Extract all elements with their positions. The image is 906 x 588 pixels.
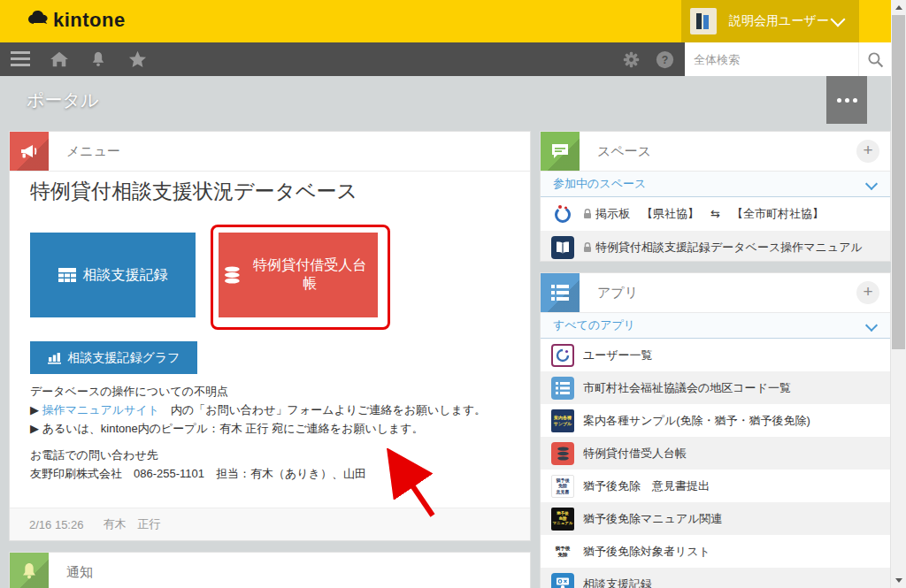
consultation-records-button[interactable]: 相談支援記録 (30, 233, 196, 317)
settings-gear-icon[interactable] (621, 50, 641, 69)
notes-line-people: ▶ あるいは、kintone内のピープル：有木 正行 宛にご連絡をお願いします。 (30, 419, 486, 438)
records-graph-button[interactable]: 相談支援記録グラフ (30, 341, 197, 374)
notes-line1-rest: 内の「お問い合わせ」フォームよりご連絡をお願いします。 (159, 403, 486, 416)
search-button[interactable] (858, 42, 891, 76)
app-item-loan-ledger[interactable]: 特例貸付借受人台帳 (541, 437, 890, 470)
scroll-down-button[interactable] (891, 573, 906, 588)
scrollbar-thumb[interactable] (892, 15, 905, 349)
manual-book-icon (551, 236, 574, 259)
consultation-records-label: 相談支援記録 (83, 266, 168, 285)
space-item-label: 特例貸付相談支援記録データベース操作マニュアル (595, 240, 863, 256)
user-list-app-icon (551, 344, 574, 367)
bulletin-board-space-icon (551, 202, 574, 225)
notifications-bell-icon[interactable] (88, 50, 108, 69)
loan-ledger-label: 特例貸付借受人台帳 (248, 256, 372, 294)
app-item-consultation-records[interactable]: 相談支援記録 (541, 568, 890, 588)
nav-left-icons (11, 42, 147, 76)
all-apps-link[interactable]: すべてのアプリ (553, 317, 635, 333)
user-avatar (690, 8, 717, 34)
app-item-label: ユーザー一覧 (583, 347, 653, 363)
home-icon[interactable] (50, 50, 69, 69)
database-icon (224, 266, 241, 284)
app-item-guidance-samples[interactable]: 案内各種 サンプル 案内各種サンプル(免除・猶予・猶予後免除) (541, 404, 890, 437)
menu-card-header: メニュー (10, 132, 530, 172)
table-icon (58, 268, 76, 282)
speech-bubble-icon (541, 132, 580, 171)
contact-line2: 友野印刷株式会社 086-255-1101 担当：有木（ありき）、山田 (30, 464, 366, 483)
manual-site-link[interactable]: 操作マニュアルサイト (42, 403, 159, 416)
global-search (685, 42, 891, 76)
portal-options-button[interactable] (826, 76, 867, 124)
app-item-district-codes[interactable]: 市町村社会福祉協議会の地区コード一覧 (541, 371, 890, 404)
app-item-exemption-manual[interactable]: 猶予後 免除 マニュアル 猶予後免除マニュアル関連 (541, 502, 890, 535)
chevron-down-icon (865, 319, 878, 332)
kintone-logo-text: kintone (53, 9, 126, 32)
phone-contact-info: お電話での問い合わせ先 友野印刷株式会社 086-255-1101 担当：有木（… (30, 446, 366, 483)
notifications-card-header: 通知 (10, 553, 530, 588)
spaces-filter-row: 参加中のスペース (541, 172, 890, 197)
bullet: ▶ (30, 422, 39, 435)
database-title: 特例貸付相談支援状況データベース (30, 178, 357, 205)
app-header: kintone 説明会用ユーザー (0, 0, 891, 42)
app-item-label: 案内各種サンプル(免除・猶予・猶予後免除) (583, 413, 810, 429)
guidance-samples-app-icon: 案内各種 サンプル (551, 409, 574, 432)
kintone-portal-page: kintone 説明会用ユーザー (0, 0, 906, 588)
space-item-bulletin-board[interactable]: 掲示板 【県社協】 ⇆ 【全市町村社協】 (541, 197, 890, 231)
chevron-down-icon (865, 178, 878, 190)
apps-card: アプリ + すべてのアプリ ユーザー一覧 市町村社会福祉協議会の地区コード一覧 … (540, 272, 891, 588)
loan-ledger-app-icon (551, 442, 574, 465)
bar-chart-icon (48, 351, 62, 364)
notification-bell-icon (10, 553, 49, 588)
notifications-card: 通知 (9, 552, 531, 588)
kintone-cloud-icon (27, 10, 50, 31)
app-item-label: 猶予後免除対象者リスト (583, 544, 710, 560)
notes-heading: データベースの操作についての不明点 (30, 382, 486, 401)
app-item-user-list[interactable]: ユーザー一覧 (541, 339, 890, 371)
app-item-label: 猶予後免除 意見書提出 (583, 478, 710, 494)
scroll-up-button[interactable] (891, 0, 906, 15)
joined-spaces-link[interactable]: 参加中のスペース (553, 176, 646, 192)
app-list-icon (541, 273, 580, 312)
exemption-manual-app-icon: 猶予後 免除 マニュアル (551, 508, 574, 531)
help-icon[interactable]: ? (655, 50, 674, 69)
exemption-target-list-app-icon: 猶予後 免除 (551, 540, 574, 563)
svg-text:?: ? (661, 53, 667, 65)
contact-line1: お電話での問い合わせ先 (30, 446, 366, 464)
megaphone-icon (10, 132, 49, 171)
add-space-button[interactable]: + (856, 140, 879, 163)
last-updated-timestamp: 2/16 15:26 (29, 518, 83, 531)
menu-section-label: メニュー (66, 143, 120, 160)
loan-ledger-button[interactable]: 特例貸付借受人台帳 (219, 233, 378, 317)
portal-title: ポータル (27, 88, 98, 112)
page-scrollbar[interactable] (891, 0, 906, 588)
app-item-label: 特例貸付借受人台帳 (583, 446, 687, 462)
spaces-card: スペース + 参加中のスペース 掲示板 【県社協】 ⇆ 【全市町村社協】 特例貸… (540, 131, 891, 262)
user-menu-button[interactable]: 説明会用ユーザー (681, 0, 859, 42)
menu-card: メニュー 特例貸付相談支援状況データベース 相談支援記録 特例貸付借受人台帳 相… (9, 131, 531, 541)
notifications-section-label: 通知 (66, 564, 93, 581)
menu-card-footer: 2/16 15:26 有木 正行 (10, 508, 530, 540)
last-updated-author: 有木 正行 (103, 516, 160, 532)
opinion-submission-app-icon: 猶予後 免除 意見書 (551, 475, 574, 498)
favorites-star-icon[interactable] (127, 50, 147, 69)
apps-card-header: アプリ + (541, 273, 890, 313)
district-code-app-icon (551, 377, 574, 400)
search-input[interactable] (685, 42, 858, 76)
kintone-logo[interactable]: kintone (27, 9, 126, 32)
add-app-button[interactable]: + (856, 281, 879, 304)
user-name: 説明会用ユーザー (729, 13, 833, 29)
portal-cover-image: ポータル (0, 76, 891, 124)
lock-icon (583, 242, 592, 253)
apps-section-label: アプリ (597, 285, 638, 302)
space-item-manual[interactable]: 特例貸付相談支援記録データベース操作マニュアル (541, 231, 890, 262)
app-item-opinion-submission[interactable]: 猶予後 免除 意見書 猶予後免除 意見書提出 (541, 470, 890, 502)
operation-notes: データベースの操作についての不明点 ▶ 操作マニュアルサイト 内の「お問い合わせ… (30, 382, 486, 438)
app-item-label: 相談支援記録 (583, 577, 652, 588)
nav-right-icons: ? (621, 42, 674, 76)
app-item-label: 猶予後免除マニュアル関連 (583, 511, 723, 527)
lock-icon (583, 209, 592, 219)
hamburger-menu-icon[interactable] (11, 50, 30, 69)
notes-line-manual: ▶ 操作マニュアルサイト 内の「お問い合わせ」フォームよりご連絡をお願いします。 (30, 401, 486, 419)
app-item-exemption-target-list[interactable]: 猶予後 免除 猶予後免除対象者リスト (541, 535, 890, 568)
spaces-card-header: スペース + (541, 132, 890, 172)
